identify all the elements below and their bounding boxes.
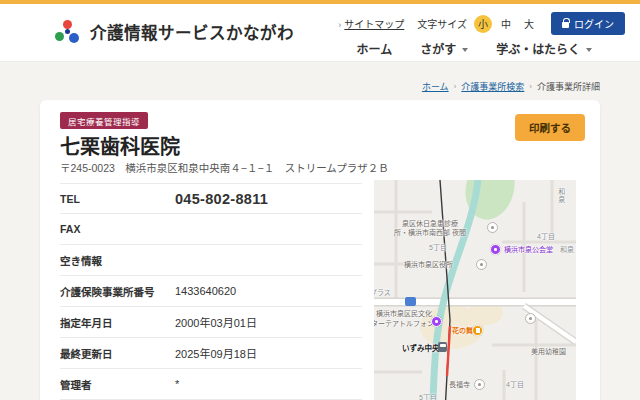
row-label: FAX [60,223,175,235]
login-label: ログイン [574,16,614,31]
map-label-clinic-line1: 泉区休日急患診療 [402,220,458,229]
map-label-temple: 長福寺 [449,381,470,390]
row-value: 1433640620 [175,285,236,297]
map-label-izumi-vertical: 和泉 [556,188,565,204]
table-row-fax: FAX [60,214,362,245]
font-size-small-button[interactable]: 小 [474,15,492,33]
row-label: 管理者 [60,377,175,392]
restaurant-marker[interactable] [472,325,483,336]
lock-icon [562,22,569,28]
table-row-last-updated: 最終更新日 2025年09月18日 [60,338,362,369]
culture-center-marker[interactable] [431,316,442,327]
row-value: 2025年09月18日 [175,345,257,361]
main-nav: ホーム さがす 学ぶ・はたらく [357,40,592,57]
map-label-clinic-line2: 所・横浜市南西部 夜間 [394,229,466,238]
breadcrumb-search-link[interactable]: 介護事業所検索 [461,80,524,93]
table-row-availability: 空き情報 [60,245,362,276]
table-row-designation-date: 指定年月日 2000年03月01日 [60,307,362,338]
breadcrumb: ホーム › 介護事業所検索 › 介護事業所詳細 [422,80,600,93]
chevron-right-icon: › [338,20,341,30]
row-label: TEL [60,193,175,205]
map-label-kindergarten: 美用幼稚園 [531,348,566,357]
public-hall-marker[interactable] [490,244,501,255]
facility-address: 〒245-0023 横浜市泉区和泉中央南４−１−１ ストリームプラザ２Ｂ [60,160,389,175]
facility-name: 七栗歯科医院 [60,131,180,160]
facility-details-table: TEL 045-802-8811 FAX 空き情報 介護保険事業所番号 1433… [60,183,362,400]
facility-detail-card: 居宅療養管理指導 七栗歯科医院 〒245-0023 横浜市泉区和泉中央南４−１−… [40,100,600,400]
location-map[interactable]: 泉区休日急患診療 所・横浜市南西部 夜間 5丁目 4丁目 横浜市泉公会堂 和泉 … [374,180,576,400]
sitemap-link[interactable]: ›サイトマップ [338,16,404,31]
font-size-large-button[interactable]: 大 [520,15,538,33]
table-row-tel: TEL 045-802-8811 [60,183,362,214]
map-label-plaza-cut: プラス [374,289,391,298]
nav-learn-work-label: 学ぶ・はたらく [496,40,580,57]
site-logo-icon [55,19,81,45]
map-label-district-4chome: 4丁目 [537,233,555,242]
map-label-culture-center-line1: 横浜市泉区民文化 [376,310,432,319]
table-row-manager: 管理者 * [60,369,362,400]
login-button[interactable]: ログイン [551,12,625,35]
map-label-public-hall: 横浜市泉公会堂 [504,246,553,255]
print-button[interactable]: 印刷する [515,114,585,141]
row-label: 空き情報 [60,253,175,268]
breadcrumb-current: 介護事業所詳細 [537,80,600,93]
row-label: 指定年月日 [60,315,175,330]
font-size-medium-button[interactable]: 中 [497,15,515,33]
temple-marker[interactable] [474,379,485,390]
service-type-badge: 居宅療養管理指導 [60,112,148,129]
sitemap-label: サイトマップ [344,19,404,30]
map-label-district-4chome-lower: 4丁目 [506,381,524,390]
map-canvas [374,180,576,400]
site-header: 介護情報サービスかながわ ›サイトマップ 文字サイズ 小 中 大 ログイン ホー… [0,4,640,62]
map-label-restaurant: 花の舞 [452,327,473,336]
row-value: 045-802-8811 [175,191,268,207]
map-label-ward-office: 横浜市泉区役所 [404,261,453,270]
row-value: 2000年03月01日 [175,314,257,330]
nav-item-home[interactable]: ホーム [357,40,393,57]
breadcrumb-home-link[interactable]: ホーム [422,80,449,93]
row-label: 最終更新日 [60,346,175,361]
nav-home-label: ホーム [357,40,393,57]
font-size-switcher: 小 中 大 [474,15,538,33]
site-title: 介護情報サービスかながわ [90,20,294,44]
nav-item-search[interactable]: さがす [420,40,468,57]
chevron-down-icon [462,48,468,52]
row-value: * [175,378,179,390]
nav-item-learn-work[interactable]: 学ぶ・はたらく [496,40,592,57]
row-label: 介護保険事業所番号 [60,284,175,299]
font-size-label: 文字サイズ [417,16,467,31]
chevron-down-icon [586,48,592,52]
clinic-marker[interactable] [487,222,498,233]
map-label-izumi-right: 和泉 [560,246,574,255]
utility-bar: ›サイトマップ 文字サイズ 小 中 大 ログイン [338,12,625,35]
map-label-district-5chome: 5丁目 [429,244,447,253]
map-label-district-5chome-lower: 5丁目 [419,394,437,400]
breadcrumb-separator-icon: › [529,82,532,91]
table-row-office-number: 介護保険事業所番号 1433640620 [60,276,362,307]
map-label-izumi-chuo-station: いずみ中央 [402,344,440,353]
nav-search-label: さがす [420,40,456,57]
station-train-icon[interactable] [438,342,447,352]
ward-office-marker[interactable] [476,259,487,270]
site-logo-home-link[interactable]: 介護情報サービスかながわ [55,19,294,45]
breadcrumb-separator-icon: › [454,82,457,91]
poi-marker[interactable] [525,313,536,324]
